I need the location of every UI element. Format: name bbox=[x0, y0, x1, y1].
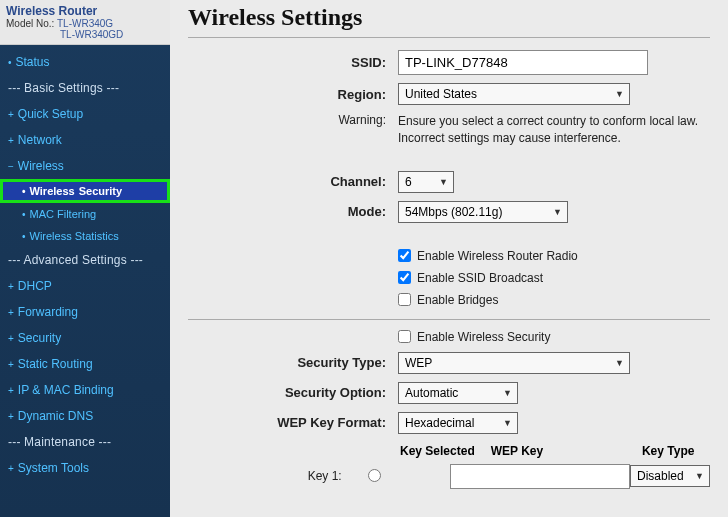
row-security-type: Security Type: WEP bbox=[188, 352, 710, 374]
section-basic-settings: --- Basic Settings --- bbox=[0, 75, 170, 101]
nav-label: Wireless Statistics bbox=[30, 230, 119, 242]
nav-label: Security bbox=[18, 331, 61, 345]
sidebar-item-forwarding[interactable]: +Forwarding bbox=[0, 299, 170, 325]
enable-security-checkbox[interactable] bbox=[398, 330, 411, 343]
plus-icon: + bbox=[8, 411, 14, 422]
bullet-icon: • bbox=[22, 231, 26, 242]
enable-radio-checkbox[interactable] bbox=[398, 249, 411, 262]
security-type-select[interactable]: WEP bbox=[398, 352, 630, 374]
router-name: Wireless Router bbox=[6, 4, 164, 18]
sidebar-item-ip-mac-binding[interactable]: +IP & MAC Binding bbox=[0, 377, 170, 403]
sidebar: Wireless Router Model No.: TL-WR340G TL-… bbox=[0, 0, 170, 517]
label-channel: Channel: bbox=[188, 174, 398, 189]
nav-label: Dynamic DNS bbox=[18, 409, 93, 423]
sidebar-item-security[interactable]: +Security bbox=[0, 325, 170, 351]
wep-key-headers: Key Selected WEP Key Key Type bbox=[400, 444, 710, 458]
ssid-input[interactable] bbox=[398, 50, 648, 75]
plus-icon: + bbox=[8, 385, 14, 396]
sidebar-item-dhcp[interactable]: +DHCP bbox=[0, 273, 170, 299]
nav-label: Forwarding bbox=[18, 305, 78, 319]
plus-icon: + bbox=[8, 359, 14, 370]
enable-bridges-label: Enable Bridges bbox=[417, 293, 498, 307]
label-security-option: Security Option: bbox=[188, 385, 398, 400]
region-select[interactable]: United States bbox=[398, 83, 630, 105]
sidebar-item-quick-setup[interactable]: +Quick Setup bbox=[0, 101, 170, 127]
sidebar-item-wireless-security[interactable]: •Wireless Security bbox=[0, 179, 170, 203]
model-value-1: TL-WR340G bbox=[57, 18, 113, 29]
header-wep-key: WEP Key bbox=[491, 444, 642, 458]
model-number-row-2: TL-WR340GD bbox=[6, 29, 164, 40]
label-mode: Mode: bbox=[188, 204, 398, 219]
label-ssid: SSID: bbox=[188, 55, 398, 70]
divider bbox=[188, 319, 710, 320]
row-key-1: Key 1: Disabled bbox=[188, 464, 710, 489]
row-ssid: SSID: bbox=[188, 50, 710, 75]
header-key-selected: Key Selected bbox=[400, 444, 491, 458]
check-enable-bridges-row: Enable Bridges bbox=[398, 293, 710, 307]
wep-key-format-select[interactable]: Hexadecimal bbox=[398, 412, 518, 434]
plus-icon: + bbox=[8, 333, 14, 344]
channel-select[interactable]: 6 bbox=[398, 171, 454, 193]
plus-icon: + bbox=[8, 463, 14, 474]
sidebar-item-network[interactable]: +Network bbox=[0, 127, 170, 153]
nav-label: System Tools bbox=[18, 461, 89, 475]
row-warning: Warning: Ensure you select a correct cou… bbox=[188, 113, 710, 147]
section-maintenance: --- Maintenance --- bbox=[0, 429, 170, 455]
nav-label: Network bbox=[18, 133, 62, 147]
enable-security-label: Enable Wireless Security bbox=[417, 330, 550, 344]
header-key-type: Key Type bbox=[642, 444, 710, 458]
sidebar-item-wireless-statistics[interactable]: •Wireless Statistics bbox=[0, 225, 170, 247]
content-panel: Wireless Settings SSID: Region: United S… bbox=[170, 0, 728, 517]
sidebar-item-static-routing[interactable]: +Static Routing bbox=[0, 351, 170, 377]
sidebar-header: Wireless Router Model No.: TL-WR340G TL-… bbox=[0, 0, 170, 45]
sidebar-item-wireless[interactable]: −Wireless bbox=[0, 153, 170, 179]
enable-radio-label: Enable Wireless Router Radio bbox=[417, 249, 578, 263]
plus-icon: + bbox=[8, 281, 14, 292]
nav-label: Status bbox=[16, 55, 50, 69]
nav: •Status --- Basic Settings --- +Quick Se… bbox=[0, 45, 170, 485]
page-title: Wireless Settings bbox=[188, 4, 710, 31]
label-security-type: Security Type: bbox=[188, 355, 398, 370]
row-security-option: Security Option: Automatic bbox=[188, 382, 710, 404]
check-enable-security-row: Enable Wireless Security bbox=[398, 330, 710, 344]
plus-icon: + bbox=[8, 135, 14, 146]
minus-icon: − bbox=[8, 161, 14, 172]
sidebar-item-system-tools[interactable]: +System Tools bbox=[0, 455, 170, 481]
sidebar-item-dynamic-dns[interactable]: +Dynamic DNS bbox=[0, 403, 170, 429]
enable-ssid-label: Enable SSID Broadcast bbox=[417, 271, 543, 285]
label-wep-key-format: WEP Key Format: bbox=[188, 415, 398, 430]
check-enable-ssid-row: Enable SSID Broadcast bbox=[398, 271, 710, 285]
row-region: Region: United States bbox=[188, 83, 710, 105]
sidebar-item-status[interactable]: •Status bbox=[0, 49, 170, 75]
nav-label: MAC Filtering bbox=[30, 208, 97, 220]
key1-input[interactable] bbox=[450, 464, 630, 489]
nav-label-a: Wireless bbox=[30, 185, 75, 197]
key1-type-select[interactable]: Disabled bbox=[630, 465, 710, 487]
nav-label: DHCP bbox=[18, 279, 52, 293]
model-label: Model No.: bbox=[6, 18, 54, 29]
nav-label: Quick Setup bbox=[18, 107, 83, 121]
nav-label: Static Routing bbox=[18, 357, 93, 371]
row-mode: Mode: 54Mbps (802.11g) bbox=[188, 201, 710, 223]
plus-icon: + bbox=[8, 307, 14, 318]
row-channel: Channel: 6 bbox=[188, 171, 710, 193]
plus-icon: + bbox=[8, 109, 14, 120]
label-warning: Warning: bbox=[188, 113, 398, 127]
divider bbox=[188, 37, 710, 38]
enable-ssid-checkbox[interactable] bbox=[398, 271, 411, 284]
check-enable-radio-row: Enable Wireless Router Radio bbox=[398, 249, 710, 263]
mode-select[interactable]: 54Mbps (802.11g) bbox=[398, 201, 568, 223]
security-option-select[interactable]: Automatic bbox=[398, 382, 518, 404]
key1-radio[interactable] bbox=[368, 469, 381, 482]
model-number-row: Model No.: TL-WR340G bbox=[6, 18, 164, 29]
model-value-2: TL-WR340GD bbox=[60, 29, 123, 40]
bullet-icon: • bbox=[8, 57, 12, 68]
sidebar-item-mac-filtering[interactable]: •MAC Filtering bbox=[0, 203, 170, 225]
warning-text: Ensure you select a correct country to c… bbox=[398, 113, 710, 147]
row-wep-key-format: WEP Key Format: Hexadecimal bbox=[188, 412, 710, 434]
bullet-icon: • bbox=[22, 209, 26, 220]
nav-label: IP & MAC Binding bbox=[18, 383, 114, 397]
label-key-1: Key 1: bbox=[188, 469, 354, 483]
label-region: Region: bbox=[188, 87, 398, 102]
enable-bridges-checkbox[interactable] bbox=[398, 293, 411, 306]
